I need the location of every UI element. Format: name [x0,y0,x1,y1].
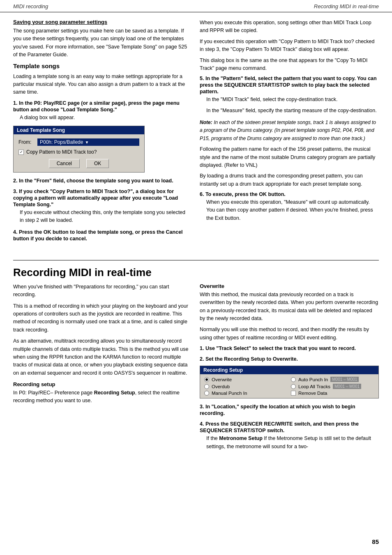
overwrite-heading: Overwrite [200,283,379,289]
left-column-top: Saving your song parameter settings The … [13,19,190,246]
right-note: Note: In each of the sixteen preset temp… [200,119,379,143]
remove-data-checkbox[interactable] [291,391,296,396]
copy-pattern-checkbox[interactable]: ✓ [18,150,24,155]
main-step4-text: Press the SEQUENCER REC/WRITE switch, an… [200,421,359,433]
main-step1-item: 1. Use "Track Select" to select the trac… [200,345,379,352]
step2-item: 2. In the "From" field, choose the templ… [13,177,190,184]
auto-punch-in-field: M001 – M001 [330,377,359,382]
dialog-title-bar: Load Template Song [14,126,144,134]
main-right-col: Overwrite With this method, the musical … [200,283,379,455]
right-step5-label: 5. [200,76,205,81]
overdub-radio[interactable] [204,384,209,389]
right-step5-text: In the "Pattern" field, select the patte… [200,76,377,94]
recording-setup-box: Recording Setup Overwrite Auto Punch In … [200,366,379,398]
right-para1: When you execute this operation, song se… [200,19,379,35]
step2-label: 2. [13,178,19,184]
dialog-body: From: P00h: Pops/Ballede ▼ ✓ Copy Patter… [14,134,144,172]
right-para3: This dialog box is the same as the one t… [200,57,379,73]
step2-text: In the "From" field, choose the template… [19,178,173,184]
step3-text: If you check "Copy Pattern to MIDI Track… [13,189,178,207]
page-container: MIDI recording Recording MIDI in real-ti… [0,0,392,555]
step4-item: 4. Press the OK button to load the templ… [13,229,190,242]
dialog-cancel-button[interactable]: Cancel [49,159,80,168]
right-step6-sub: When you execute this operation, "Measur… [206,198,379,222]
main-step2-text: Set the Recording Setup to Overwrite. [205,356,298,362]
step1-label: 1. [13,100,19,106]
right-step6-item: 6. To execute, press the OK button. When… [200,191,379,222]
overwrite-para1: With this method, the musical data previ… [200,291,379,323]
step3-label: 3. [13,189,19,194]
setup-row2-col2-label: Loop All Tracks [298,384,330,389]
setup-row3-col2-label: Remove Data [298,391,327,396]
main-step1-text: Use "Track Select" to select the track t… [205,345,356,351]
header-left: MIDI recording [13,3,48,9]
right-step5-sub2: In the "Measure" field, specify the star… [206,107,379,115]
dropdown-arrow-icon: ▼ [85,140,89,145]
saving-heading: Saving your song parameter settings [13,19,190,25]
right-para2: If you executed this operation with "Cop… [200,38,379,54]
dialog-checkbox-row: ✓ Copy Pattern to MIDI Track too? [18,149,139,155]
template-songs-heading: Template songs [13,62,190,69]
main-step4-label: 4. [200,421,205,427]
main-step4-item: 4. Press the SEQUENCER REC/WRITE switch,… [200,421,379,451]
main-left-col: When you've finished with "Preparations … [13,283,190,455]
step1-item: 1. In the P0: Play/REC page (or a simila… [13,100,190,173]
main-intro-para3: As an alternative, multitrack recording … [13,337,190,377]
right-step6-text: To execute, press the OK button. [205,191,286,197]
right-step6-label: 6. [200,191,205,197]
step3-item: 3. If you check "Copy Pattern to MIDI Tr… [13,188,190,225]
main-section-title: Recording MIDI in real-time [13,266,379,279]
recording-setup-heading: Recording setup [13,381,190,387]
main-step3-text: In "Location," specify the location at w… [200,404,355,416]
step4-label: 4. [13,229,19,235]
setup-row3-col1-label: Manual Punch In [212,391,247,396]
dialog-from-label: From: [18,139,35,145]
header-right: Recording MIDI in real-time [314,3,379,9]
recording-setup-para: In P0: Play/REC– Preference page Recordi… [13,389,190,405]
dialog-dropdown[interactable]: P00h: Pops/Ballede ▼ [37,138,139,146]
recording-setup-body: Overwrite Auto Punch In M001 – M001 Over… [200,374,378,398]
setup-row2-col2: Loop All Tracks M001 – M001 [291,384,374,389]
setup-row3-col2: Remove Data [291,391,374,396]
page-header: MIDI recording Recording MIDI in real-ti… [0,0,392,12]
main-step3-label: 3. [200,404,205,410]
recording-setup-title: Recording Setup [200,366,378,374]
main-step2-item: 2. Set the Recording Setup to Overwrite.… [200,356,379,398]
main-intro-para2: This is a method of recording in which y… [13,302,190,334]
setup-row1-col2: Auto Punch In M001 – M001 [291,377,374,382]
main-step4-sub: If the Metronome Setup If the Metronome … [206,435,379,451]
metronome-bold: Metronome Setup [219,435,263,441]
setup-row3-col1: Manual Punch In [204,391,288,396]
dialog-buttons: Cancel OK [18,159,139,168]
setup-row2-col1: Overdub [204,384,288,389]
setup-row2-col1-label: Overdub [212,384,230,389]
right-loading-para: By loading a drums track and the corresp… [200,172,379,188]
dialog-checkbox-text: Copy Pattern to MIDI Track too? [26,149,97,155]
main-step1-label: 1. [200,345,205,351]
dialog-ok-button[interactable]: OK [86,159,109,168]
loop-all-tracks-radio[interactable] [291,384,296,389]
overwrite-radio[interactable] [204,377,209,382]
main-intro-para1: When you've finished with "Preparations … [13,283,190,299]
right-step5-item: 5. In the "Pattern" field, select the pa… [200,75,379,115]
load-template-song-dialog: Load Template Song From: P00h: Pops/Ball… [13,126,145,173]
step1-sub: A dialog box will appear. [20,114,190,122]
auto-punch-in-radio[interactable] [291,377,296,382]
step3-sub: If you execute without checking this, on… [20,209,190,225]
main-content-area: When you've finished with "Preparations … [13,283,379,455]
step4-text: Press the OK button to load the template… [13,229,183,242]
manual-punch-in-radio[interactable] [204,391,209,396]
note-body: In each of the sixteen preset template s… [200,120,376,141]
step1-text: In the P0: Play/REC page (or a similar p… [13,100,180,113]
top-content-area: Saving your song parameter settings The … [0,12,392,253]
right-step5-sub1: In the "MIDI Track" field, select the co… [206,96,379,104]
dialog-dropdown-text: P00h: Pops/Ballede [40,139,83,145]
setup-row1-col1: Overwrite [204,377,288,382]
saving-para1: The song parameter settings you make her… [13,27,190,59]
recording-setup-bold: Recording Setup [94,390,135,396]
note-label: Note: [200,120,212,125]
right-column-top: When you execute this operation, song se… [200,19,379,246]
main-section: Recording MIDI in real-time When you've … [0,260,392,455]
template-songs-para1: Loading a template song is an easy way t… [13,73,190,97]
right-following-para: Following the pattern name for each of t… [200,145,379,169]
